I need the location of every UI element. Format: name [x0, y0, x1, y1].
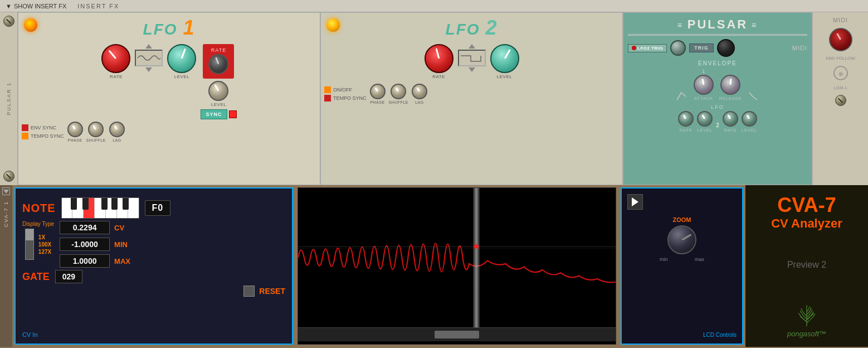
lfo1-level2-knob[interactable]: [208, 81, 228, 101]
display-127x-label: 127X: [38, 249, 51, 255]
lfo1-orange-light[interactable]: [24, 18, 37, 32]
lfo1-shuffle-knob[interactable]: [88, 122, 104, 137]
note-label: NOTE: [22, 202, 56, 215]
lfo1-wave-display: [135, 50, 163, 66]
attack-curve-icon: [676, 91, 688, 101]
lfo1-rate-knob[interactable]: [101, 44, 130, 73]
reset-row: RESET: [22, 286, 285, 297]
playhead-dot: [474, 244, 479, 249]
pulsar-rate1-group: RATE: [678, 111, 694, 133]
lfo2-level-group: LEVEL: [490, 44, 519, 79]
pulsar-rate2-label: RATE: [724, 128, 737, 133]
lfo1-shuffle-group: SHUFFLE: [86, 122, 106, 142]
lfo2-lag-label: LAG: [415, 100, 424, 104]
svg-text:⊕: ⊕: [838, 71, 843, 77]
piano-keyboard[interactable]: [61, 197, 139, 219]
preview2-label: Preview 2: [787, 260, 826, 270]
top-bar: ▼ SHOW INSERT FX INSERT FX: [0, 0, 868, 12]
lfo2-shuffle-knob[interactable]: [391, 84, 406, 99]
tempo-sync-indicator: [22, 133, 28, 139]
attack-label: ATTACK: [694, 96, 713, 101]
cv-in-label-group: CV In: [22, 329, 38, 339]
cva7-panel: NOTE F0: [14, 187, 293, 345]
bottom-side-strip: CVA-7 1: [0, 185, 12, 347]
lfo1-level-group: LEVEL: [167, 44, 196, 79]
show-insert-fx-btn[interactable]: ▼ SHOW INSERT FX: [6, 3, 66, 9]
lfo1-level2-group: LEVEL: [208, 81, 228, 107]
cva7-subtitle: CV Analyzer: [771, 216, 842, 231]
pulsar-level2-knob[interactable]: [742, 111, 757, 127]
play-btn-group: [627, 194, 643, 210]
lfo2-orange-light[interactable]: [326, 18, 340, 32]
lfo2-phase-group: PHASE: [370, 84, 386, 104]
lfo2-rate-knob[interactable]: [425, 44, 453, 73]
display-cv-row: Display Type 1X 100X 127X 0.2294 CV: [22, 221, 285, 268]
scroll-thumb[interactable]: [435, 331, 479, 339]
midi-section: MIDI KBD FOLLOW ⊕ LGM-1: [812, 12, 868, 185]
lfo1-phase-knob[interactable]: [67, 122, 83, 137]
trig-button[interactable]: TRIG: [689, 44, 714, 52]
play-button[interactable]: [627, 194, 643, 210]
waveform-scrollbar[interactable]: [298, 327, 616, 341]
lfo2-trig-btn[interactable]: LFO2 TRIG: [628, 44, 667, 52]
pulsar-level1-knob[interactable]: [697, 111, 713, 127]
max-value-display: 1.0000: [60, 254, 110, 268]
arrow-down-btn[interactable]: [145, 67, 152, 72]
release-knob-group: RELEASE: [719, 75, 742, 101]
lfo1-section: LFO 1 RATE: [18, 12, 320, 185]
zoom-max-label: max: [695, 257, 704, 262]
lfo2-lag-knob[interactable]: [412, 84, 427, 99]
pulsar-strip-label: PULSAR 1: [6, 82, 12, 115]
lfo2-level-knob[interactable]: [490, 44, 519, 73]
trig-toggle-knob[interactable]: [670, 40, 686, 56]
cva7-title-group: CVA-7 CV Analyzer: [771, 194, 842, 231]
triangle-btn[interactable]: [2, 187, 10, 195]
lfo1-rate-inner-knob[interactable]: [208, 54, 228, 74]
cv-row: 0.2294 CV: [60, 221, 130, 234]
lfo1-phase-group: PHASE: [67, 122, 83, 142]
lfo1-lag-knob[interactable]: [109, 122, 125, 137]
lfo2-level-label: LEVEL: [497, 74, 512, 79]
display-type-controls: 1X 100X 127X: [25, 229, 51, 260]
waveform-canvas[interactable]: [298, 188, 616, 327]
trig-dark-knob[interactable]: [717, 39, 735, 57]
lfo1-level-knob[interactable]: [167, 44, 196, 73]
display-1x-label: 1X: [38, 234, 51, 240]
pulsar-side-strip: PULSAR 1: [0, 12, 18, 185]
lcd-controls-label: LCD Controls: [703, 332, 737, 338]
reset-btn-icon[interactable]: [243, 286, 255, 297]
display-type-slider[interactable]: [25, 229, 34, 260]
midi-rate-knob[interactable]: [829, 28, 852, 51]
sync-group: SYNC: [201, 109, 236, 119]
lfo2-trig-label: LFO2 TRIG: [637, 46, 663, 51]
cv-in-label: CV In: [22, 331, 38, 338]
lfo1-shuffle-label: SHUFFLE: [86, 138, 106, 142]
attack-knob[interactable]: [694, 75, 714, 95]
waveform-svg: [298, 188, 616, 327]
release-label: RELEASE: [719, 96, 742, 101]
lfo2-arrow-up-btn[interactable]: [469, 44, 475, 49]
gate-value-display: 029: [55, 270, 82, 283]
pulsar-rate2-knob[interactable]: [723, 111, 738, 127]
envelope-label: ENVELOPE: [628, 60, 807, 66]
zoom-knob-group: ZOOM min max: [660, 216, 704, 262]
sync-button[interactable]: SYNC: [201, 109, 227, 119]
cv-label: CV: [114, 224, 124, 232]
zoom-knob[interactable]: [667, 225, 696, 254]
lfo2-bottom-row: ON/OFF TEMPO SYNC PHASE SHUFFLE: [324, 84, 619, 104]
pulsar-lfo-knobs: RATE LEVEL 2 RATE LEVEL: [628, 111, 807, 133]
lfo2-phase-knob[interactable]: [370, 84, 386, 99]
midi-label: MIDI: [792, 45, 807, 51]
note-row: NOTE F0: [22, 197, 285, 219]
cv-value-display: 0.2294: [60, 221, 110, 234]
release-knob[interactable]: [720, 75, 740, 95]
lfo2-arrow-down-btn[interactable]: [469, 67, 475, 72]
lfo2-rate-group: RATE: [425, 44, 453, 79]
lfo1-rate-display-label: RATE: [211, 47, 226, 53]
show-insert-fx-label: SHOW INSERT FX: [14, 3, 66, 9]
lfo2-rate-label: RATE: [432, 74, 445, 79]
pulsar-rate1-knob[interactable]: [678, 111, 694, 127]
lfo1-level-label: LEVEL: [174, 74, 189, 79]
arrow-up-btn[interactable]: [145, 44, 152, 49]
env-sync-label: ENV SYNC: [31, 125, 56, 130]
